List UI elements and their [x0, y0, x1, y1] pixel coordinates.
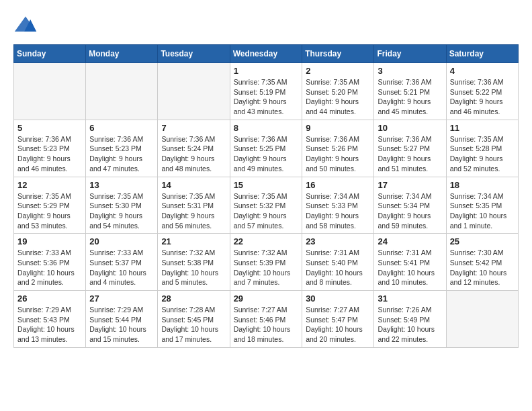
week-row: 19Sunrise: 7:33 AMSunset: 5:36 PMDayligh…: [14, 234, 519, 291]
day-info: Sunrise: 7:36 AMSunset: 5:21 PMDaylight:…: [378, 77, 442, 117]
day-number: 4: [450, 66, 515, 76]
calendar-cell: 20Sunrise: 7:33 AMSunset: 5:37 PMDayligh…: [86, 234, 158, 291]
day-info: Sunrise: 7:32 AMSunset: 5:39 PMDaylight:…: [234, 248, 299, 287]
day-info: Sunrise: 7:29 AMSunset: 5:43 PMDaylight:…: [17, 305, 82, 345]
day-info: Sunrise: 7:35 AMSunset: 5:31 PMDaylight:…: [161, 191, 226, 231]
calendar-cell: 19Sunrise: 7:33 AMSunset: 5:36 PMDayligh…: [14, 234, 86, 291]
day-info: Sunrise: 7:36 AMSunset: 5:25 PMDaylight:…: [234, 134, 299, 174]
calendar-header-row: SundayMondayTuesdayWednesdayThursdayFrid…: [14, 45, 519, 63]
day-info: Sunrise: 7:35 AMSunset: 5:32 PMDaylight:…: [234, 191, 299, 231]
day-number: 16: [306, 180, 370, 190]
calendar-cell: [14, 63, 86, 120]
day-info: Sunrise: 7:36 AMSunset: 5:27 PMDaylight:…: [378, 134, 442, 174]
day-info: Sunrise: 7:34 AMSunset: 5:34 PMDaylight:…: [378, 191, 442, 231]
day-number: 28: [161, 293, 226, 304]
day-number: 14: [161, 180, 226, 190]
day-info: Sunrise: 7:31 AMSunset: 5:40 PMDaylight:…: [306, 248, 370, 287]
day-info: Sunrise: 7:29 AMSunset: 5:44 PMDaylight:…: [89, 305, 154, 345]
day-info: Sunrise: 7:35 AMSunset: 5:19 PMDaylight:…: [234, 77, 299, 117]
calendar-cell: [446, 291, 518, 348]
day-info: Sunrise: 7:35 AMSunset: 5:29 PMDaylight:…: [17, 191, 82, 231]
calendar-cell: 26Sunrise: 7:29 AMSunset: 5:43 PMDayligh…: [14, 291, 86, 348]
day-info: Sunrise: 7:34 AMSunset: 5:33 PMDaylight:…: [306, 191, 370, 231]
calendar-cell: 11Sunrise: 7:35 AMSunset: 5:28 PMDayligh…: [446, 120, 518, 177]
day-info: Sunrise: 7:35 AMSunset: 5:20 PMDaylight:…: [306, 77, 370, 117]
day-header-saturday: Saturday: [446, 45, 518, 63]
day-number: 27: [89, 293, 154, 304]
calendar-cell: 2Sunrise: 7:35 AMSunset: 5:20 PMDaylight…: [302, 63, 374, 120]
day-info: Sunrise: 7:33 AMSunset: 5:36 PMDaylight:…: [17, 248, 82, 287]
day-header-sunday: Sunday: [14, 45, 86, 63]
calendar-cell: 28Sunrise: 7:28 AMSunset: 5:45 PMDayligh…: [158, 291, 230, 348]
calendar-cell: 9Sunrise: 7:36 AMSunset: 5:26 PMDaylight…: [302, 120, 374, 177]
calendar-cell: 14Sunrise: 7:35 AMSunset: 5:31 PMDayligh…: [158, 177, 230, 234]
day-number: 30: [306, 293, 370, 304]
calendar-cell: 24Sunrise: 7:31 AMSunset: 5:41 PMDayligh…: [374, 234, 446, 291]
day-info: Sunrise: 7:27 AMSunset: 5:47 PMDaylight:…: [306, 305, 370, 345]
day-number: 8: [234, 123, 299, 133]
day-number: 17: [378, 180, 442, 190]
day-number: 10: [378, 123, 442, 133]
calendar-cell: 13Sunrise: 7:35 AMSunset: 5:30 PMDayligh…: [86, 177, 158, 234]
calendar-cell: 31Sunrise: 7:26 AMSunset: 5:49 PMDayligh…: [374, 291, 446, 348]
calendar-cell: 5Sunrise: 7:36 AMSunset: 5:23 PMDaylight…: [14, 120, 86, 177]
calendar-cell: 16Sunrise: 7:34 AMSunset: 5:33 PMDayligh…: [302, 177, 374, 234]
day-number: 19: [17, 236, 82, 246]
day-number: 2: [306, 66, 370, 76]
day-header-monday: Monday: [86, 45, 158, 63]
day-number: 9: [306, 123, 370, 133]
day-header-tuesday: Tuesday: [158, 45, 230, 63]
calendar-cell: 21Sunrise: 7:32 AMSunset: 5:38 PMDayligh…: [158, 234, 230, 291]
day-info: Sunrise: 7:27 AMSunset: 5:46 PMDaylight:…: [234, 305, 299, 345]
day-number: 23: [306, 236, 370, 246]
day-info: Sunrise: 7:35 AMSunset: 5:28 PMDaylight:…: [450, 134, 515, 174]
week-row: 5Sunrise: 7:36 AMSunset: 5:23 PMDaylight…: [14, 120, 519, 177]
day-info: Sunrise: 7:36 AMSunset: 5:24 PMDaylight:…: [161, 134, 226, 174]
calendar: SundayMondayTuesdayWednesdayThursdayFrid…: [13, 44, 519, 348]
day-info: Sunrise: 7:35 AMSunset: 5:30 PMDaylight:…: [89, 191, 154, 231]
calendar-cell: 1Sunrise: 7:35 AMSunset: 5:19 PMDaylight…: [230, 63, 302, 120]
logo: [13, 13, 40, 38]
calendar-cell: 8Sunrise: 7:36 AMSunset: 5:25 PMDaylight…: [230, 120, 302, 177]
calendar-cell: 25Sunrise: 7:30 AMSunset: 5:42 PMDayligh…: [446, 234, 518, 291]
day-number: 21: [161, 236, 226, 246]
calendar-cell: 4Sunrise: 7:36 AMSunset: 5:22 PMDaylight…: [446, 63, 518, 120]
day-info: Sunrise: 7:31 AMSunset: 5:41 PMDaylight:…: [378, 248, 442, 287]
calendar-cell: 23Sunrise: 7:31 AMSunset: 5:40 PMDayligh…: [302, 234, 374, 291]
calendar-cell: 10Sunrise: 7:36 AMSunset: 5:27 PMDayligh…: [374, 120, 446, 177]
day-number: 13: [89, 180, 154, 190]
day-number: 5: [17, 123, 82, 133]
calendar-cell: 30Sunrise: 7:27 AMSunset: 5:47 PMDayligh…: [302, 291, 374, 348]
calendar-cell: [158, 63, 230, 120]
day-info: Sunrise: 7:34 AMSunset: 5:35 PMDaylight:…: [450, 191, 515, 231]
calendar-cell: 3Sunrise: 7:36 AMSunset: 5:21 PMDaylight…: [374, 63, 446, 120]
calendar-cell: 15Sunrise: 7:35 AMSunset: 5:32 PMDayligh…: [230, 177, 302, 234]
day-number: 15: [234, 180, 299, 190]
day-number: 11: [450, 123, 515, 133]
calendar-cell: 17Sunrise: 7:34 AMSunset: 5:34 PMDayligh…: [374, 177, 446, 234]
day-info: Sunrise: 7:36 AMSunset: 5:26 PMDaylight:…: [306, 134, 370, 174]
day-info: Sunrise: 7:36 AMSunset: 5:23 PMDaylight:…: [89, 134, 154, 174]
calendar-cell: 7Sunrise: 7:36 AMSunset: 5:24 PMDaylight…: [158, 120, 230, 177]
day-number: 24: [378, 236, 442, 246]
calendar-cell: 6Sunrise: 7:36 AMSunset: 5:23 PMDaylight…: [86, 120, 158, 177]
day-number: 26: [17, 293, 82, 304]
calendar-cell: [86, 63, 158, 120]
day-number: 12: [17, 180, 82, 190]
day-number: 6: [89, 123, 154, 133]
calendar-cell: 29Sunrise: 7:27 AMSunset: 5:46 PMDayligh…: [230, 291, 302, 348]
week-row: 1Sunrise: 7:35 AMSunset: 5:19 PMDaylight…: [14, 63, 519, 120]
page-header: [13, 13, 519, 38]
day-number: 22: [234, 236, 299, 246]
day-info: Sunrise: 7:30 AMSunset: 5:42 PMDaylight:…: [450, 248, 515, 287]
day-number: 31: [378, 293, 442, 304]
calendar-cell: 12Sunrise: 7:35 AMSunset: 5:29 PMDayligh…: [14, 177, 86, 234]
calendar-cell: 18Sunrise: 7:34 AMSunset: 5:35 PMDayligh…: [446, 177, 518, 234]
day-header-wednesday: Wednesday: [230, 45, 302, 63]
day-info: Sunrise: 7:26 AMSunset: 5:49 PMDaylight:…: [378, 305, 442, 345]
day-number: 25: [450, 236, 515, 246]
day-info: Sunrise: 7:32 AMSunset: 5:38 PMDaylight:…: [161, 248, 226, 287]
day-header-thursday: Thursday: [302, 45, 374, 63]
week-row: 26Sunrise: 7:29 AMSunset: 5:43 PMDayligh…: [14, 291, 519, 348]
day-info: Sunrise: 7:36 AMSunset: 5:23 PMDaylight:…: [17, 134, 82, 174]
